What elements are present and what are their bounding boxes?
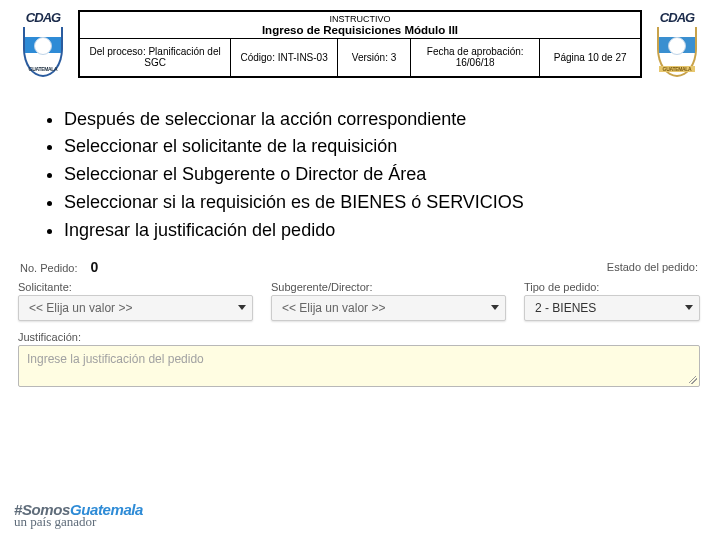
header-code: Código: INT-INS-03 — [231, 39, 338, 77]
header-process: Del proceso: Planificación del SGC — [79, 39, 231, 77]
chevron-down-icon — [685, 305, 693, 310]
instruction-list: Después de seleccionar la acción corresp… — [38, 106, 706, 245]
list-item: Seleccionar el solicitante de la requisi… — [64, 133, 706, 161]
brand-word-right: CDAG — [660, 10, 694, 25]
list-item: Ingresar la justificación del pedido — [64, 217, 706, 245]
document-header: CDAG GUATEMALA INSTRUCTIVO Ingreso de Re… — [14, 10, 706, 78]
no-pedido-label: No. Pedido: — [20, 262, 77, 274]
header-page: Página 10 de 27 — [540, 39, 641, 77]
solicitante-select-value: << Elija un valor >> — [29, 301, 132, 315]
justificacion-label: Justificación: — [18, 331, 700, 343]
resize-handle-icon[interactable] — [689, 376, 697, 384]
header-info-table: INSTRUCTIVO Ingreso de Requisiciones Mód… — [78, 10, 642, 78]
list-item: Seleccionar si la requisición es de BIEN… — [64, 189, 706, 217]
header-title: Ingreso de Requisiciones Módulo III — [86, 24, 634, 36]
brand-word-left: CDAG — [26, 10, 60, 25]
subgerente-label: Subgerente/Director: — [271, 281, 506, 293]
header-approval: Fecha de aprobación: 16/06/18 — [411, 39, 540, 77]
tipo-pedido-label: Tipo de pedido: — [524, 281, 700, 293]
no-pedido-group: No. Pedido: 0 — [20, 259, 98, 275]
subgerente-select-value: << Elija un valor >> — [282, 301, 385, 315]
justificacion-textarea[interactable]: Ingrese la justificación del pedido — [18, 345, 700, 387]
shield-icon: GUATEMALA — [657, 27, 697, 77]
list-item: Seleccionar el Subgerente o Director de … — [64, 161, 706, 189]
tipo-pedido-select[interactable]: 2 - BIENES — [524, 295, 700, 321]
logo-right: CDAG GUATEMALA — [648, 10, 706, 77]
solicitante-select[interactable]: << Elija un valor >> — [18, 295, 253, 321]
header-supertitle: INSTRUCTIVO — [86, 14, 634, 24]
subgerente-select[interactable]: << Elija un valor >> — [271, 295, 506, 321]
logo-left: CDAG GUATEMALA — [14, 10, 72, 77]
header-version: Versión: 3 — [338, 39, 411, 77]
shield-icon: GUATEMALA — [23, 27, 63, 77]
chevron-down-icon — [238, 305, 246, 310]
no-pedido-value: 0 — [91, 259, 99, 275]
chevron-down-icon — [491, 305, 499, 310]
list-item: Después de seleccionar la acción corresp… — [64, 106, 706, 134]
solicitante-label: Solicitante: — [18, 281, 253, 293]
justificacion-placeholder: Ingrese la justificación del pedido — [27, 352, 204, 366]
estado-pedido-label: Estado del pedido: — [607, 261, 698, 273]
requisition-form-screenshot: No. Pedido: 0 Estado del pedido: Solicit… — [14, 259, 704, 387]
tipo-pedido-select-value: 2 - BIENES — [535, 301, 596, 315]
footer-slogan: #SomosGuatemala un país ganador — [14, 502, 143, 528]
